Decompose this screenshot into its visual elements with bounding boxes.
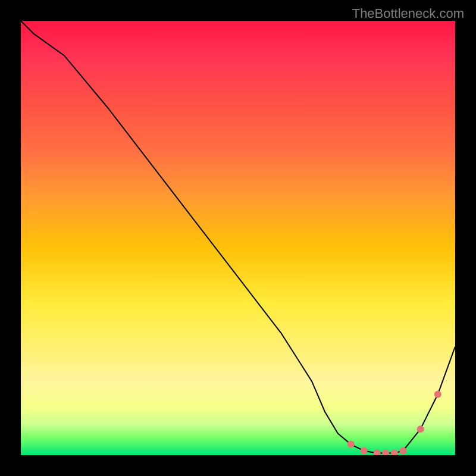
curve-marker [347,441,355,448]
curve-marker [399,447,406,455]
curve-markers [347,391,441,455]
curve-marker [382,449,389,455]
curve-marker [374,449,381,455]
chart-svg [21,21,455,455]
curve-marker [417,425,424,433]
curve-marker [391,449,398,455]
chart-container [21,21,455,455]
bottleneck-curve-line [21,21,455,453]
curve-marker [434,391,441,398]
curve-marker [361,447,368,455]
attribution-text: TheBottleneck.com [352,6,464,21]
